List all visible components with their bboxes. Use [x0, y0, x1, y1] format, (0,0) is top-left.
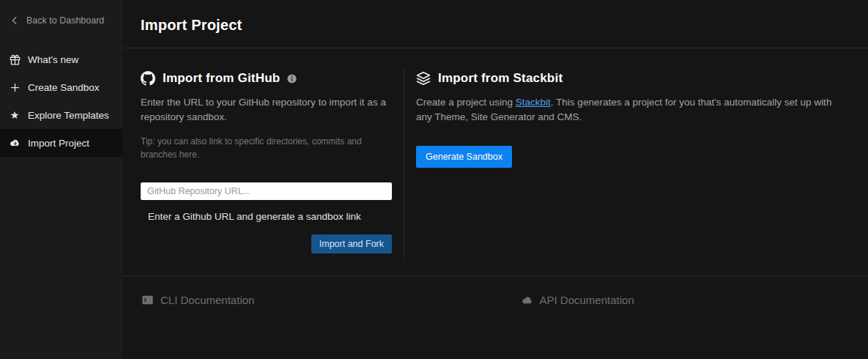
- layers-icon: [416, 71, 431, 86]
- cli-documentation-label: CLI Documentation: [160, 294, 254, 306]
- github-import-section: Import from GitHub Enter the URL to your…: [141, 48, 392, 275]
- terminal-icon: [141, 294, 154, 306]
- sidebar-item-label: What's new: [28, 54, 78, 65]
- github-section-header: Import from GitHub: [141, 71, 392, 86]
- plus-icon: [9, 81, 21, 93]
- import-cloud-icon: [9, 137, 21, 149]
- stackbit-import-section: Import from Stackbit Create a project us…: [404, 48, 868, 275]
- stackbit-link[interactable]: Stackbit: [516, 97, 551, 108]
- stackbit-description-before: Create a project using: [416, 97, 516, 108]
- sidebar-item-explore-templates[interactable]: ★ Explore Templates: [0, 101, 123, 129]
- sidebar-item-label: Create Sandbox: [28, 82, 100, 93]
- back-to-dashboard-link[interactable]: Back to Dashboard: [0, 0, 123, 40]
- stackbit-description: Create a project using Stackbit. This ge…: [416, 95, 835, 124]
- sidebar: Back to Dashboard What's new Create Sand…: [0, 0, 123, 359]
- generate-sandbox-button[interactable]: Generate Sandbox: [416, 146, 512, 168]
- sidebar-item-label: Explore Templates: [28, 110, 109, 121]
- sidebar-item-label: Import Project: [28, 138, 89, 149]
- github-tip: Tip: you can also link to specific direc…: [141, 136, 392, 161]
- github-button-row: Import and Fork: [141, 234, 392, 253]
- api-documentation-label: API Documentation: [540, 294, 634, 306]
- sidebar-item-import-project[interactable]: Import Project: [0, 129, 123, 157]
- cloud-icon: [521, 294, 533, 306]
- info-icon[interactable]: [287, 74, 297, 84]
- api-documentation-link[interactable]: API Documentation: [496, 294, 868, 306]
- main-content: Import Project Import from GitHub Enter …: [123, 0, 868, 359]
- chevron-left-icon: [9, 15, 21, 26]
- github-repository-url-input[interactable]: [141, 182, 392, 200]
- star-icon: ★: [9, 109, 21, 121]
- import-and-fork-button[interactable]: Import and Fork: [311, 234, 392, 253]
- page-header: Import Project: [123, 0, 868, 48]
- github-section-title: Import from GitHub: [163, 71, 280, 86]
- import-options: Import from GitHub Enter the URL to your…: [123, 48, 868, 276]
- back-to-dashboard-label: Back to Dashboard: [26, 15, 104, 26]
- github-description: Enter the URL to your GitHub repository …: [141, 95, 392, 124]
- github-helper-text: Enter a Github URL and generate a sandbo…: [148, 211, 392, 222]
- stackbit-section-title: Import from Stackbit: [438, 71, 563, 86]
- footer: CLI Documentation API Documentation: [123, 276, 868, 306]
- page-title: Import Project: [141, 17, 850, 48]
- gift-icon: [9, 53, 21, 65]
- sidebar-nav: What's new Create Sandbox ★ Explore Temp…: [0, 45, 123, 157]
- cli-documentation-link[interactable]: CLI Documentation: [123, 294, 496, 306]
- stackbit-section-header: Import from Stackbit: [416, 71, 835, 86]
- sidebar-item-whats-new[interactable]: What's new: [0, 45, 123, 73]
- sidebar-item-create-sandbox[interactable]: Create Sandbox: [0, 73, 123, 101]
- github-icon: [141, 71, 155, 86]
